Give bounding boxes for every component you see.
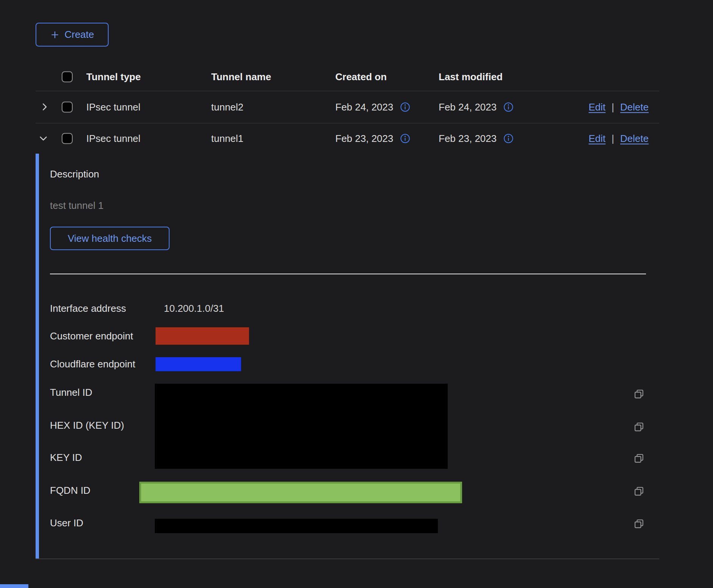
info-icon[interactable] (400, 102, 410, 112)
user-id-label: User ID (50, 517, 83, 529)
interface-address-value: 10.200.1.0/31 (164, 303, 224, 314)
customer-endpoint-redacted-value (156, 327, 249, 345)
table-row: IPsec tunnel tunnel1 Feb 23, 2023 Feb 23… (0, 123, 713, 154)
key-id-label: KEY ID (50, 452, 82, 464)
copy-icon (633, 485, 645, 497)
action-separator: | (612, 132, 614, 144)
description-value: test tunnel 1 (50, 200, 104, 212)
customer-endpoint-label: Customer endpoint (50, 330, 133, 342)
chevron-right-icon (39, 102, 50, 112)
copy-icon (633, 452, 645, 464)
info-icon[interactable] (400, 133, 410, 143)
tunnel-type-cell: IPsec tunnel (86, 132, 140, 144)
row-checkbox[interactable] (62, 133, 73, 144)
fqdn-id-label: FQDN ID (50, 485, 90, 496)
detail-divider (50, 274, 646, 274)
copy-fqdn-id-button[interactable] (633, 485, 645, 497)
delete-link[interactable]: Delete (620, 101, 649, 113)
tunnel-name-cell: tunnel2 (211, 101, 243, 113)
cloudflare-endpoint-label: Cloudflare endpoint (50, 358, 135, 370)
plus-icon (50, 30, 60, 40)
copy-key-id-button[interactable] (633, 452, 645, 464)
copy-icon (633, 388, 645, 400)
delete-link[interactable]: Delete (620, 132, 649, 144)
copy-user-id-button[interactable] (633, 518, 645, 530)
fqdn-id-redacted-value (139, 482, 462, 503)
hex-id-label: HEX ID (KEY ID) (50, 420, 124, 431)
select-all-checkbox[interactable] (62, 71, 73, 82)
action-separator: | (612, 101, 614, 113)
collapse-row-button[interactable] (38, 133, 48, 144)
row-checkbox[interactable] (62, 101, 73, 112)
bottom-left-accent (0, 584, 28, 588)
table-row: IPsec tunnel tunnel2 Feb 24, 2023 Feb 24… (0, 91, 713, 123)
info-icon[interactable] (503, 102, 514, 112)
tunnel-type-cell: IPsec tunnel (86, 101, 140, 113)
created-on-cell: Feb 24, 2023 (335, 101, 393, 113)
tunnels-page: Create Tunnel type Tunnel name Created o… (0, 0, 713, 588)
view-health-checks-label: View health checks (68, 233, 152, 244)
copy-hex-id-button[interactable] (633, 421, 645, 433)
last-modified-cell: Feb 23, 2023 (439, 132, 497, 144)
create-button-label: Create (64, 29, 94, 40)
created-on-cell: Feb 23, 2023 (335, 132, 393, 144)
copy-icon (633, 518, 645, 530)
expand-row-button[interactable] (39, 102, 50, 112)
table-header-row: Tunnel type Tunnel name Created on Last … (0, 62, 713, 91)
id-values-redacted-block (155, 384, 448, 469)
expanded-row-bottom-divider (36, 558, 659, 559)
edit-link[interactable]: Edit (588, 132, 606, 144)
create-button[interactable]: Create (36, 23, 109, 47)
view-health-checks-button[interactable]: View health checks (50, 227, 170, 250)
description-label: Description (50, 168, 99, 180)
chevron-down-icon (38, 133, 48, 143)
column-header-tunnel-name: Tunnel name (211, 71, 271, 82)
last-modified-cell: Feb 24, 2023 (439, 101, 497, 113)
expanded-row-accent-bar (36, 154, 39, 559)
tunnel-name-cell: tunnel1 (211, 132, 243, 144)
cloudflare-endpoint-redacted-value (156, 357, 241, 371)
copy-tunnel-id-button[interactable] (633, 388, 645, 400)
interface-address-label: Interface address (50, 303, 126, 314)
tunnel-id-label: Tunnel ID (50, 387, 92, 398)
column-header-tunnel-type: Tunnel type (86, 71, 141, 82)
info-icon[interactable] (503, 133, 514, 143)
user-id-redacted-value (155, 519, 438, 533)
edit-link[interactable]: Edit (588, 101, 606, 113)
column-header-created-on: Created on (335, 71, 387, 82)
column-header-last-modified: Last modified (439, 71, 503, 82)
copy-icon (633, 421, 645, 433)
